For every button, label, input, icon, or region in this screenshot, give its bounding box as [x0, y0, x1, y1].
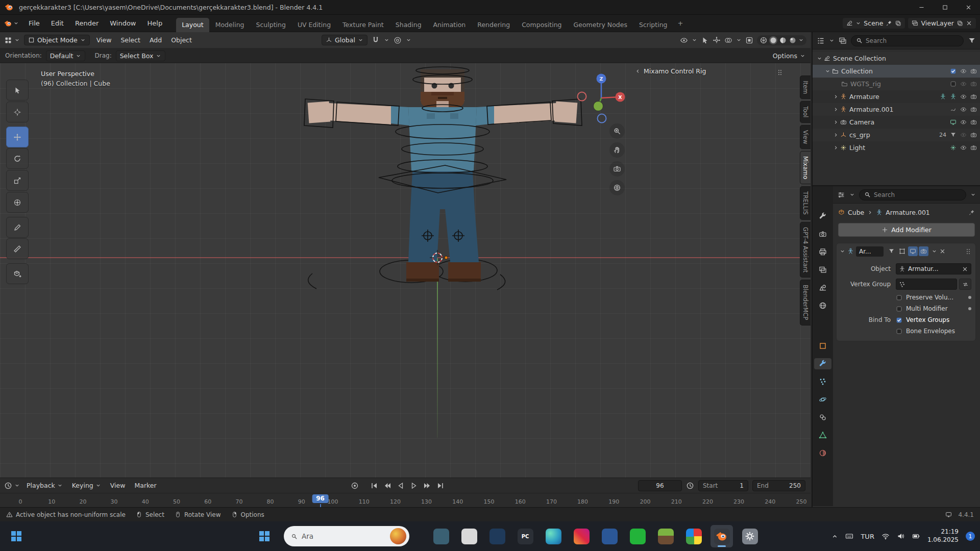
- outliner-row-armature-001[interactable]: Armature.001: [813, 103, 980, 116]
- orientation-setting-dropdown[interactable]: Default: [46, 51, 86, 61]
- expand-icon[interactable]: [833, 119, 839, 125]
- gizmos-toggle-icon[interactable]: [713, 36, 721, 44]
- frame-start-field[interactable]: Start 1: [698, 480, 748, 491]
- outliner-row-armature[interactable]: Armature: [813, 90, 980, 103]
- annotate-tool-button[interactable]: [6, 217, 29, 238]
- hide-viewport-icon[interactable]: [960, 68, 967, 74]
- search-highlight-image[interactable]: [390, 528, 406, 544]
- hide-viewport-icon[interactable]: [960, 81, 967, 87]
- npanel-tab-mixamo[interactable]: Mixamo: [800, 151, 811, 184]
- npanel-tab-gpt-4-assistant[interactable]: GPT-4 Assistant: [800, 222, 811, 278]
- add-modifier-button[interactable]: Add Modifier: [838, 223, 975, 237]
- scene-selector[interactable]: Scene: [843, 18, 905, 29]
- outliner-row-cs-grp[interactable]: cs_grp24: [813, 129, 980, 141]
- chevron-down-icon[interactable]: [406, 37, 411, 43]
- properties-tab-physics[interactable]: [814, 394, 831, 405]
- snap-toggle-icon[interactable]: [372, 36, 380, 44]
- minimize-button[interactable]: [910, 0, 933, 14]
- pin-icon[interactable]: [968, 209, 975, 216]
- menubar-item-window[interactable]: Window: [104, 15, 141, 32]
- move-tool-button[interactable]: [6, 127, 29, 147]
- select-tool-button[interactable]: [6, 80, 29, 101]
- tray-expand-icon[interactable]: [831, 533, 838, 540]
- taskbar-search[interactable]: [284, 526, 409, 546]
- wifi-icon[interactable]: [881, 532, 890, 540]
- disable-render-icon[interactable]: [970, 81, 977, 87]
- expand-icon[interactable]: [833, 94, 839, 99]
- current-frame-field[interactable]: 96: [638, 480, 682, 491]
- properties-tab-data[interactable]: [814, 430, 831, 441]
- chevron-down-icon[interactable]: [829, 38, 835, 43]
- properties-tab-constraints[interactable]: [814, 412, 831, 423]
- animate-dot-icon[interactable]: [968, 296, 971, 299]
- npanel-header[interactable]: Mixamo Control Rig: [635, 67, 706, 75]
- workspace-tab-animation[interactable]: Animation: [428, 18, 472, 32]
- editor-type-icon[interactable]: [4, 482, 12, 490]
- last-button[interactable]: [434, 481, 447, 491]
- language-indicator[interactable]: TUR: [861, 533, 874, 540]
- wireframe-shading-icon[interactable]: [760, 36, 768, 44]
- taskview-windows-icon[interactable]: [259, 531, 270, 541]
- character-model[interactable]: [0, 63, 811, 478]
- camera-app-icon[interactable]: [486, 525, 508, 547]
- hide-viewport-icon[interactable]: [960, 132, 967, 138]
- mosaic-app-icon[interactable]: [682, 525, 705, 547]
- timeline-ruler[interactable]: 0102030405060708090100110120130140150160…: [0, 493, 811, 507]
- npanel-tab-tool[interactable]: Tool: [800, 101, 811, 122]
- addcube-tool-button[interactable]: [6, 263, 29, 284]
- outliner-row-wgts-rig[interactable]: WGTS_rig: [813, 78, 980, 90]
- pan-button[interactable]: [609, 142, 625, 158]
- menubar-item-render[interactable]: Render: [69, 15, 104, 32]
- chevron-down-icon[interactable]: [736, 37, 742, 43]
- new-scene-icon[interactable]: [895, 20, 901, 27]
- clock[interactable]: 21:19 1.06.2025: [927, 528, 959, 544]
- new-viewlayer-icon[interactable]: [957, 20, 963, 27]
- rotate-tool-button[interactable]: [6, 148, 29, 169]
- chevron-down-icon[interactable]: [14, 37, 20, 43]
- hide-viewport-icon[interactable]: [960, 144, 967, 151]
- mode-dropdown[interactable]: Object Mode: [24, 35, 90, 45]
- add-workspace-button[interactable]: +: [673, 16, 688, 31]
- modifier-name-field[interactable]: Ar...: [856, 246, 884, 257]
- viewport-menu-select[interactable]: Select: [116, 32, 145, 48]
- nextkey-button[interactable]: [421, 481, 433, 491]
- proportional-edit-icon[interactable]: [394, 36, 402, 44]
- modifier-toggle-monitor[interactable]: [908, 246, 918, 256]
- vertex-groups-checkbox[interactable]: Vertex Groups: [896, 316, 971, 323]
- workspace-tab-shading[interactable]: Shading: [390, 18, 427, 32]
- navigation-gizmo[interactable]: Z X: [571, 71, 632, 129]
- workspace-tab-uv-editing[interactable]: UV Editing: [292, 18, 336, 32]
- outliner-row-collection[interactable]: Collection: [813, 65, 980, 78]
- remove-viewlayer-icon[interactable]: [966, 20, 972, 27]
- modifier-extras-icon[interactable]: [932, 248, 937, 254]
- chevron-down-icon[interactable]: [798, 37, 804, 43]
- timeline-menu-keying[interactable]: Keying: [67, 482, 106, 489]
- menubar-item-edit[interactable]: Edit: [45, 15, 69, 32]
- material-shading-icon[interactable]: [779, 36, 787, 44]
- timeline-menu-playback[interactable]: Playback: [22, 482, 67, 489]
- pin-icon[interactable]: [886, 20, 892, 27]
- properties-tab-modifiers[interactable]: [814, 358, 831, 369]
- expand-icon[interactable]: [833, 107, 839, 112]
- playback-button[interactable]: [395, 481, 407, 491]
- disable-render-icon[interactable]: [970, 132, 977, 138]
- viewport-menu-add[interactable]: Add: [145, 32, 166, 48]
- volume-icon[interactable]: [897, 532, 905, 540]
- minecraft-app-icon[interactable]: [654, 525, 677, 547]
- start-button[interactable]: [11, 531, 21, 541]
- invert-vertex-group-button[interactable]: [959, 279, 971, 290]
- modifier-toggle-camera[interactable]: [919, 246, 928, 256]
- collapse-icon[interactable]: [840, 248, 845, 254]
- notification-badge[interactable]: 1: [966, 532, 975, 541]
- animate-dot-icon[interactable]: [968, 307, 971, 310]
- cursor-tool-button[interactable]: [6, 102, 29, 122]
- disable-render-icon[interactable]: [970, 68, 977, 74]
- expand-icon[interactable]: [833, 145, 839, 151]
- modifier-toggle-editmode[interactable]: [897, 246, 907, 256]
- properties-tab-render[interactable]: [814, 229, 831, 240]
- editor-type-icon[interactable]: [817, 37, 825, 45]
- editor-type-icon[interactable]: [837, 191, 845, 199]
- multi-modifier-checkbox[interactable]: Multi Modifier: [896, 305, 971, 312]
- viewport-menu-view[interactable]: View: [92, 32, 116, 48]
- chevron-down-icon[interactable]: [970, 192, 976, 197]
